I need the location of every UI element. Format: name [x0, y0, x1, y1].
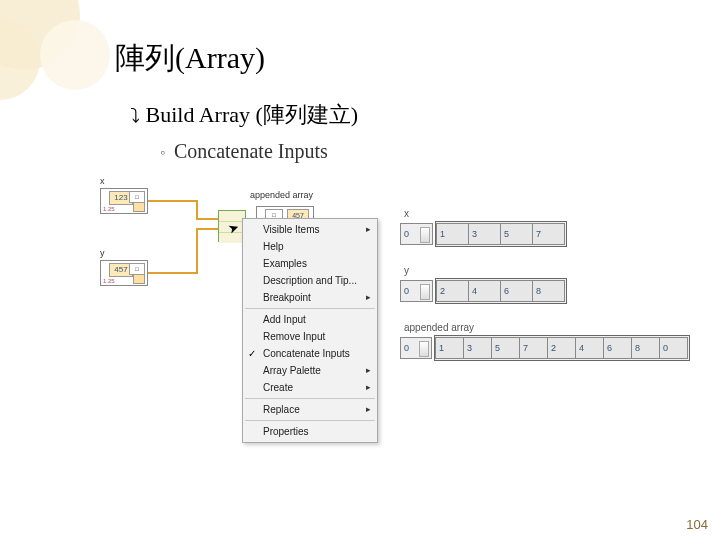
sub-bullet: ◦ Concatenate Inputs	[160, 140, 328, 163]
wire	[196, 218, 220, 220]
array-y-cell[interactable]: 2	[436, 280, 469, 302]
sub-bullet-icon: ◦	[160, 145, 165, 161]
menu-create[interactable]: Create	[243, 379, 377, 396]
y-sub: 1.25	[103, 278, 115, 284]
wire	[148, 272, 198, 274]
array-appended-cell[interactable]: 5	[491, 337, 520, 359]
bullet-text: Build Array (陣列建立)	[146, 102, 359, 127]
y-constant: 457 □ 1.25	[100, 260, 148, 286]
array-appended-cell[interactable]: 3	[463, 337, 492, 359]
x-label: x	[100, 176, 105, 186]
menu-examples[interactable]: Examples	[243, 255, 377, 272]
array-x-label: x	[404, 208, 690, 219]
array-y-cell[interactable]: 4	[468, 280, 501, 302]
array-appended-cell[interactable]: 8	[631, 337, 660, 359]
array-appended-cell[interactable]: 1	[435, 337, 464, 359]
bullet-build-array: ⤵ Build Array (陣列建立)	[130, 100, 358, 130]
array-appended-index[interactable]: 0	[400, 337, 432, 359]
menu-properties[interactable]: Properties	[243, 423, 377, 440]
slide-title: 陣列(Array)	[115, 38, 265, 79]
front-panel-arrays: x 0 1 3 5 7 y 0 2 4 6 8 appended array 0…	[400, 208, 690, 379]
array-y-cell[interactable]: 8	[532, 280, 565, 302]
x-constant: 123 □ 1.25	[100, 188, 148, 214]
sub-bullet-text: Concatenate Inputs	[174, 140, 328, 162]
y-ctl-icon	[133, 274, 145, 284]
array-x-cell[interactable]: 5	[500, 223, 533, 245]
array-appended-cell[interactable]: 0	[659, 337, 688, 359]
array-x: 0 1 3 5 7	[400, 221, 690, 247]
array-appended-cell[interactable]: 7	[519, 337, 548, 359]
menu-description[interactable]: Description and Tip...	[243, 272, 377, 289]
array-x-cell[interactable]: 1	[436, 223, 469, 245]
menu-separator	[245, 420, 375, 421]
array-appended-cell[interactable]: 6	[603, 337, 632, 359]
array-x-cell[interactable]: 7	[532, 223, 565, 245]
page-number: 104	[686, 517, 708, 532]
array-x-index[interactable]: 0	[400, 223, 433, 245]
decorative-circle-small	[40, 20, 110, 90]
menu-visible-items[interactable]: Visible Items	[243, 221, 377, 238]
menu-add-input[interactable]: Add Input	[243, 311, 377, 328]
context-menu: Visible Items Help Examples Description …	[242, 218, 378, 443]
menu-concatenate-inputs[interactable]: Concatenate Inputs	[243, 345, 377, 362]
x-sub: 1.25	[103, 206, 115, 212]
array-appended-cell[interactable]: 2	[547, 337, 576, 359]
y-label: y	[100, 248, 105, 258]
bullet-icon: ⤵	[130, 105, 140, 127]
array-y-label: y	[404, 265, 690, 276]
array-x-cell[interactable]: 3	[468, 223, 501, 245]
menu-replace[interactable]: Replace	[243, 401, 377, 418]
x-ctl-icon	[133, 202, 145, 212]
menu-array-palette[interactable]: Array Palette	[243, 362, 377, 379]
wire	[196, 200, 198, 218]
array-appended: 0 1 3 5 7 2 4 6 8 0	[400, 335, 690, 361]
array-y: 0 2 4 6 8	[400, 278, 690, 304]
menu-remove-input[interactable]: Remove Input	[243, 328, 377, 345]
out-label: appended array	[250, 190, 313, 200]
menu-help[interactable]: Help	[243, 238, 377, 255]
menu-separator	[245, 308, 375, 309]
wire	[148, 200, 198, 202]
array-y-index[interactable]: 0	[400, 280, 433, 302]
wire	[196, 228, 198, 274]
menu-breakpoint[interactable]: Breakpoint	[243, 289, 377, 306]
wire	[196, 228, 220, 230]
array-appended-label: appended array	[404, 322, 690, 333]
menu-separator	[245, 398, 375, 399]
array-y-cell[interactable]: 6	[500, 280, 533, 302]
array-appended-cell[interactable]: 4	[575, 337, 604, 359]
